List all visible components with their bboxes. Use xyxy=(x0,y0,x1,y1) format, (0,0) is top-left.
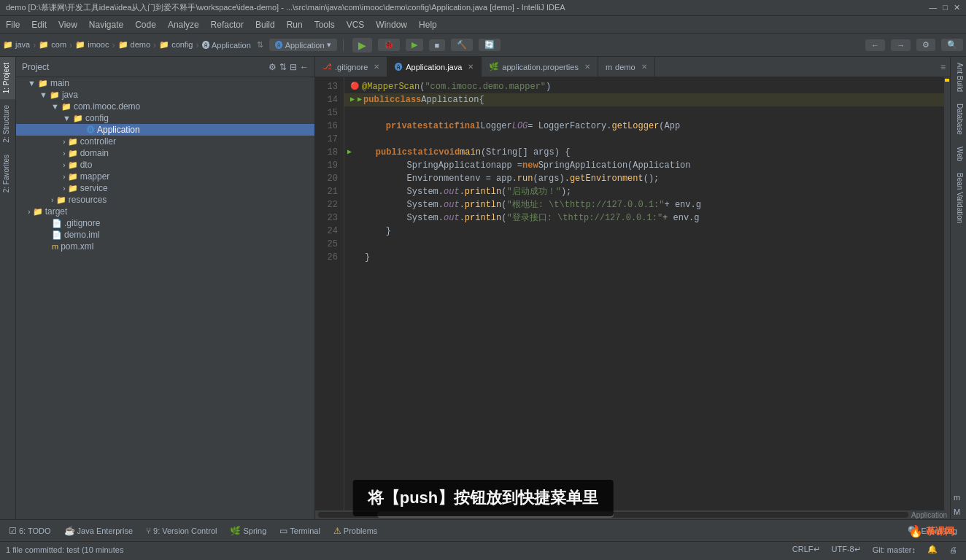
stop-button[interactable]: ■ xyxy=(429,39,446,51)
tree-item-pom[interactable]: m pom.xml xyxy=(16,241,314,252)
tree-item-gitignore[interactable]: 📄 .gitignore xyxy=(16,217,314,229)
encoding-status[interactable]: UTF-8↵ xyxy=(829,545,864,554)
code-container[interactable]: 13 14 15 16 17 18 19 20 21 22 23 24 25 2… xyxy=(315,77,950,510)
tree-item-application[interactable]: 🅐 Application xyxy=(16,124,314,136)
tree-item-com[interactable]: ▼ 📁 com.imooc.demo xyxy=(16,101,314,112)
debug-button[interactable]: 🐞 xyxy=(378,39,400,51)
version-control-tab[interactable]: ⑂ 9: Version Control xyxy=(140,524,223,538)
menu-item-run[interactable]: Run xyxy=(281,18,309,31)
favorites-tab[interactable]: 2: Favorites xyxy=(0,149,15,198)
back-button[interactable]: ← xyxy=(865,39,885,51)
code-editor[interactable]: 🔴 @MapperScan("com.imooc.demo.mapper") ▶… xyxy=(344,77,944,510)
m2-icon[interactable]: M xyxy=(951,505,966,519)
build-button[interactable]: 🔨 xyxy=(451,39,473,51)
sort-icon[interactable]: ⇅ xyxy=(257,40,263,50)
tree-item-target[interactable]: › 📁 target xyxy=(16,206,314,217)
tab-application[interactable]: 🅐 Application.java ✕ xyxy=(387,57,482,77)
breadcrumb-demo[interactable]: 📁 demo xyxy=(118,40,151,50)
run-icon-18[interactable]: ▶ xyxy=(347,146,352,159)
run-line-icon[interactable]: ▶ xyxy=(358,93,362,106)
search-button[interactable]: 🔍 xyxy=(941,39,963,51)
run-gutter-icon[interactable]: 🔴 xyxy=(350,80,359,93)
expand-icon: ▼ xyxy=(39,90,47,99)
menu-item-window[interactable]: Window xyxy=(370,18,413,31)
tree-item-iml[interactable]: 📄 demo.iml xyxy=(16,229,314,241)
problems-tab[interactable]: ⚠ Problems xyxy=(328,524,383,538)
tree-item-main[interactable]: ▼ 📁 main xyxy=(16,77,314,89)
maximize-button[interactable]: □ xyxy=(943,3,948,12)
settings-button[interactable]: ⚙ xyxy=(916,39,935,51)
tree-item-resources[interactable]: › 📁 resources xyxy=(16,194,314,206)
run-button[interactable]: ▶ xyxy=(352,38,372,52)
breadcrumb-com[interactable]: 📁 com xyxy=(39,40,66,50)
spring-tab[interactable]: 🌿 Spring xyxy=(224,524,272,538)
tree-label: resources xyxy=(69,195,107,205)
menu-item-edit[interactable]: Edit xyxy=(26,18,53,31)
project-tab[interactable]: 1: Project xyxy=(0,57,15,99)
breadcrumb-application[interactable]: 🅐 Application xyxy=(202,41,251,50)
tree-label: controller xyxy=(80,136,116,147)
tab-close[interactable]: ✕ xyxy=(468,63,474,71)
coverage-button[interactable]: ▶ xyxy=(406,39,423,51)
window-controls[interactable]: — □ ✕ xyxy=(929,3,960,12)
menu-item-view[interactable]: View xyxy=(53,18,83,31)
menu-item-analyze[interactable]: Analyze xyxy=(162,18,205,31)
tree-item-config[interactable]: ▼ 📁 config xyxy=(16,112,314,124)
gear-icon[interactable]: ⚙ xyxy=(268,62,277,72)
tab-close[interactable]: ✕ xyxy=(584,63,590,71)
tab-gitignore[interactable]: ⎇ .gitignore ✕ xyxy=(315,57,387,77)
minimize-button[interactable]: — xyxy=(929,3,937,12)
breadcrumb-imooc[interactable]: 📁 imooc xyxy=(75,40,109,50)
forward-button[interactable]: → xyxy=(891,39,911,51)
right-gutter xyxy=(944,77,950,510)
notifications-icon[interactable]: 🔔 xyxy=(924,545,940,554)
close-button[interactable]: ✕ xyxy=(954,3,960,12)
tab-close[interactable]: ✕ xyxy=(641,63,647,71)
menu-item-vcs[interactable]: VCS xyxy=(341,18,371,31)
menu-item-tools[interactable]: Tools xyxy=(309,18,341,31)
menu-item-navigate[interactable]: Navigate xyxy=(83,18,129,31)
tree-item-java[interactable]: ▼ 📁 java xyxy=(16,89,314,101)
expand-icon: ▼ xyxy=(28,79,36,88)
git-tab-icon: ⎇ xyxy=(322,62,332,71)
tree-item-dto[interactable]: › 📁 dto xyxy=(16,159,314,171)
printer-icon[interactable]: 🖨 xyxy=(946,545,960,554)
git-status[interactable]: Git: master↕ xyxy=(870,545,919,554)
folder-icon: 📁 xyxy=(73,114,83,123)
tree-item-mapper[interactable]: › 📁 mapper xyxy=(16,171,314,182)
menu-item-help[interactable]: Help xyxy=(413,18,443,31)
run-config-dropdown[interactable]: 🅐 Application ▾ xyxy=(269,39,337,51)
expand-icon: ▼ xyxy=(51,102,59,111)
sort-icon[interactable]: ⇅ xyxy=(279,62,287,72)
expand-icon: › xyxy=(51,195,54,204)
structure-tab[interactable]: 2: Structure xyxy=(0,99,15,149)
tree-item-service[interactable]: › 📁 service xyxy=(16,182,314,194)
breadcrumb-config[interactable]: 📁 config xyxy=(159,40,193,50)
tree-item-domain[interactable]: › 📁 domain xyxy=(16,147,314,159)
menu-item-build[interactable]: Build xyxy=(250,18,281,31)
vcs-status[interactable]: 1 file committed: test (10 minutes xyxy=(6,545,123,554)
close-panel-icon[interactable]: ← xyxy=(300,62,309,72)
menu-item-refactor[interactable]: Refactor xyxy=(205,18,250,31)
database-tab[interactable]: Database xyxy=(951,98,966,141)
menu-item-code[interactable]: Code xyxy=(129,18,162,31)
tab-close[interactable]: ✕ xyxy=(374,63,379,71)
java-enterprise-tab[interactable]: ☕ Java Enterprise xyxy=(58,524,139,538)
tab-demo[interactable]: m demo ✕ xyxy=(598,57,655,77)
tree-item-controller[interactable]: › 📁 controller xyxy=(16,136,314,147)
menu-item-file[interactable]: File xyxy=(0,18,26,31)
breadcrumb-java[interactable]: 📁 java xyxy=(3,40,30,50)
web-tab[interactable]: Web xyxy=(951,141,966,167)
terminal-tab[interactable]: ▭ Terminal xyxy=(274,524,326,538)
collapse-icon[interactable]: ⊟ xyxy=(290,62,297,72)
code-line-16: private static final Logger LOG = Logger… xyxy=(344,120,944,133)
bean-validation-tab[interactable]: Bean Validation xyxy=(951,167,966,229)
rebuild-button[interactable]: 🔄 xyxy=(479,39,501,51)
tab-settings[interactable]: ≡ xyxy=(936,62,950,72)
tab-properties[interactable]: 🌿 application.properties ✕ xyxy=(482,57,598,77)
implement-icon[interactable]: ▶ xyxy=(350,93,355,106)
m-icon[interactable]: m xyxy=(951,490,966,505)
todo-tab[interactable]: ☑ 6: TODO xyxy=(3,524,57,538)
ant-build-tab[interactable]: Ant Build xyxy=(951,57,966,98)
line-ending-status[interactable]: CRLF↵ xyxy=(789,545,823,554)
